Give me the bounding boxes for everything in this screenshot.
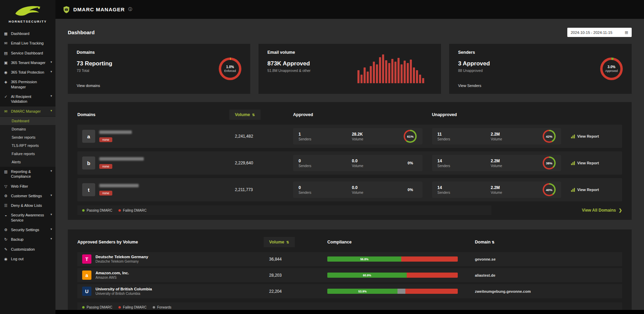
card-value: 3 Approved [458,60,490,67]
chevron-down-icon: ▾ [50,169,52,173]
view-report-link[interactable]: View Report [571,134,622,139]
chevron-down-icon: ▾ [50,94,52,98]
senders-table-header: Approved Senders by Volume Volume ⇅ Comp… [77,236,622,252]
view-report-link[interactable]: View Report [571,188,622,192]
policy-badge: none [99,137,112,142]
main-area: DMARC MANAGER ⓘ Dashboard 2024-10-15 - 2… [55,0,644,314]
senders-card: Senders 3 Approved 88 Unapproved View Se… [449,44,632,94]
sidebar-item-security-awareness-service[interactable]: ◒ Security Awareness Service ▾ [0,210,55,225]
sort-desc-icon: ⇅ [286,240,289,244]
sidebar-item-dmarc-manager[interactable]: ✉ DMARC Manager ▾ [0,106,55,116]
sidebar-item-service-dashboard[interactable]: ▤ Service Dashboard [0,48,55,58]
legend-failing: Failing DMARC [118,305,147,309]
app-title: DMARC MANAGER [73,7,125,12]
sender-name: Amazon.com, Inc. [96,271,129,275]
domain-name-redacted [99,157,144,161]
column-header-volume[interactable]: Volume ⇅ [229,110,261,120]
stat-label: Senders [299,164,311,168]
column-header-domain[interactable]: Domain ⇅ [475,240,622,244]
sidebar-item-365-permission-manager[interactable]: ◈ 365 Permission Manager [0,77,55,92]
domain-name-redacted [99,130,132,134]
sort-desc-icon: ⇅ [252,113,255,117]
backup-icon: ↻ [3,237,8,242]
sidebar-item-deny-allow-lists[interactable]: ☰ Deny & Allow Lists [0,201,55,210]
telekom-logo: T [82,254,91,264]
sidebar-item-label: Customer Settings [11,193,42,198]
card-subvalue: 73 Total [77,68,112,73]
view-report-link[interactable]: View Report [571,161,622,165]
sidebar-item-label: Reporting & Compliance [11,169,48,179]
senders-stat: 11 Senders [438,132,450,141]
chevron-down-icon: ▾ [50,109,52,113]
stat-value: 0.0 [352,185,363,190]
sidebar-item-reporting-compliance[interactable]: ▥ Reporting & Compliance ▾ [0,167,55,181]
chevron-down-icon: ▾ [50,237,52,241]
senders-stat: 0 Senders [299,185,311,194]
chevron-down-icon: ▾ [50,213,52,217]
domains-table-header: Domains Volume ⇅ Approved Unapproved [77,108,622,125]
brand: HORNETSECURITY [0,0,55,27]
stat-label: Volume [352,191,363,194]
view-all-domains-link[interactable]: View All Domains ❯ [582,208,622,213]
sort-icon: ⇅ [492,240,494,244]
column-header-label: Volume [235,112,250,117]
sender-volume: 28,203 [269,273,327,278]
stat-cards: Domains 73 Reporting 73 Total View domai… [68,44,632,94]
compliance-bar: 56.8% [327,256,458,262]
passing-dot-icon [82,306,85,309]
submenu-item-domains[interactable]: Domains [0,125,55,133]
domain-cell: a none [77,130,235,143]
stat-label: Volume [491,164,502,168]
panel-icon: ▤ [3,51,8,55]
donut-percent: 1.0% [226,65,234,69]
sidebar-item-customization[interactable]: ✎ Customization [0,244,55,254]
senders-stat: 14 Senders [438,185,450,194]
table-row: U University of British Columbia Univers… [77,284,622,298]
domain-volume: 2,211,773 [235,187,293,192]
view-senders-link[interactable]: View Senders [458,84,490,88]
compliance-bar: 53.9% [327,289,458,294]
submenu-item-tls-rpt-reports[interactable]: TLS-RPT reports [0,141,55,150]
sidebar-item-label: Security Settings [11,227,39,232]
sidebar-item-customer-settings[interactable]: ⚙ Customer Settings ▾ [0,191,55,201]
legend-label: Passing DMARC [87,305,112,309]
chevron-down-icon: ▾ [50,193,52,198]
sidebar-item-backup[interactable]: ↻ Backup ▾ [0,235,55,244]
sidebar-item-security-settings[interactable]: ⚙ Security Settings ▾ [0,225,55,235]
stat-label: Senders [438,164,450,168]
unapproved-cell: 14 Senders 2.2M Volume 38% [432,155,561,171]
column-header-volume[interactable]: Volume ⇅ [264,237,295,247]
approved-cell: 0 Senders 0.0 Volume 0% [293,155,422,171]
content-header: Dashboard 2024-10-15 - 2024-11-15 ▦ [68,28,632,37]
sidebar-item-dashboard[interactable]: ▦ Dashboard [0,29,55,38]
pencil-icon: ✎ [3,247,8,252]
senders-stat: 14 Senders [438,159,450,168]
table-row: b none 2,229,640 0 Senders 0.0 [77,151,622,175]
donut-percent: 0% [408,161,413,165]
submenu-item-failure-reports[interactable]: Failure reports [0,150,55,158]
sidebar-item-365-tenant-manager[interactable]: ▣ 365 Tenant Manager ▾ [0,58,55,67]
sidebar-item-label: 365 Total Protection [11,70,44,75]
stat-label: Volume [491,191,502,194]
date-range-input[interactable]: 2024-10-15 - 2024-11-15 ▦ [567,28,632,37]
view-domains-link[interactable]: View domains [77,84,112,88]
card-subvalue: 88 Unapproved [458,68,490,73]
sidebar-item-email-live-tracking[interactable]: ✉ Email Live Tracking [0,38,55,48]
stat-value: 0.0 [352,159,363,163]
column-header-unapproved: Unapproved [432,112,571,117]
sidebar-item-ai-recipient-validation[interactable]: ✓ AI Recipient Validation ▾ [0,92,55,106]
sidebar-item-365-total-protection[interactable]: ◉ 365 Total Protection ▾ [0,67,55,77]
submenu-item-sender-reports[interactable]: Sender reports [0,133,55,141]
info-icon[interactable]: ⓘ [128,7,132,12]
sidebar-item-web-filter[interactable]: ▽ Web Filter [0,181,55,191]
brand-name: HORNETSECURITY [3,20,53,23]
chart-icon [571,134,575,139]
stat-value: 2.2M [491,132,502,137]
failing-dot-icon [118,209,121,212]
submenu-item-dashboard[interactable]: Dashboard [0,117,55,125]
sidebar-item-log-out[interactable]: ◉ Log out [0,254,55,264]
list-icon: ☰ [3,203,8,208]
stat-value: 1 [299,132,311,137]
submenu-item-alerts[interactable]: Alerts [0,158,55,166]
sidebar-item-label: AI Recipient Validation [11,94,48,104]
